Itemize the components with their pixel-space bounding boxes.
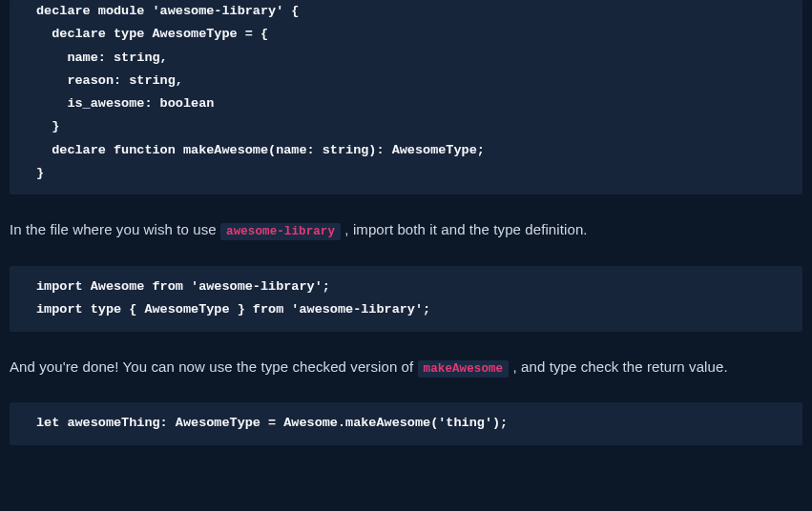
text: In the file where you wish to use: [10, 221, 220, 237]
paragraph-done: And you're done! You can now use the typ…: [10, 357, 802, 378]
inline-code-library: awesome-library: [220, 223, 341, 240]
text: , import both it and the type definition…: [344, 221, 587, 237]
text: And you're done! You can now use the typ…: [10, 358, 418, 375]
text: , and type check the return value.: [513, 358, 728, 375]
code-block-import: import Awesome from 'awesome-library'; i…: [10, 266, 802, 332]
code-block-usage: let awesomeThing: AwesomeType = Awesome.…: [10, 402, 802, 444]
code-block-declare: declare module 'awesome-library' { decla…: [10, 0, 802, 194]
inline-code-makeawesome: makeAwesome: [418, 360, 510, 378]
paragraph-import-explain: In the file where you wish to use awesom…: [10, 219, 802, 241]
